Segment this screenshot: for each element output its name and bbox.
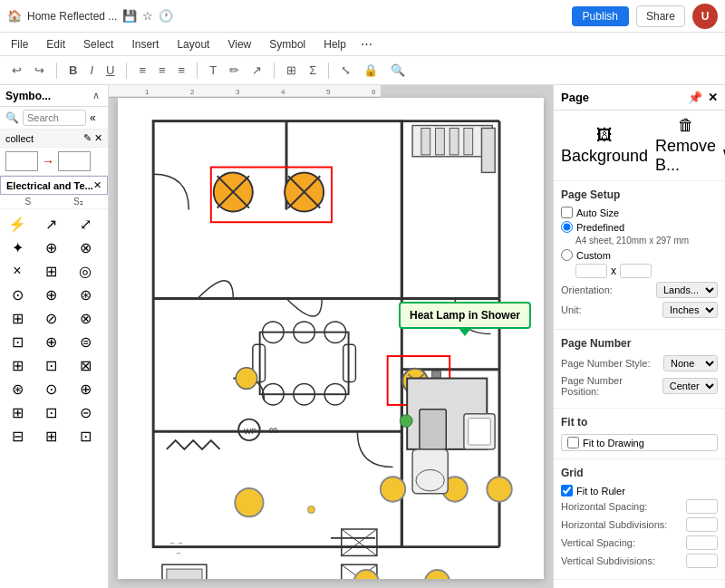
bold-button[interactable]: B [64,61,82,80]
text-button[interactable]: T [205,61,221,80]
sym-12[interactable]: ⊛ [72,284,99,305]
canvas-area[interactable]: 1 2 3 4 5 6 7 8 [109,85,553,588]
remove-bg-label: Remove B... [655,137,716,175]
svg-text:4: 4 [281,88,285,96]
custom-radio[interactable] [561,249,573,261]
sym-9[interactable]: ◎ [72,260,99,282]
unit-select[interactable]: Inches mm cm [662,302,718,318]
svg-rect-66 [436,128,445,154]
sym-26[interactable]: ⊡ [38,401,65,423]
height-input[interactable]: 7.37290 [620,264,652,278]
sym-19[interactable]: ⊞ [4,354,31,376]
sym-11[interactable]: ⊕ [38,284,65,305]
avatar[interactable]: U [692,4,718,29]
category-electrical-close[interactable]: ✕ [93,179,102,191]
sym-15[interactable]: ⊗ [72,307,99,329]
sym-27[interactable]: ⊝ [72,401,99,423]
sym-22[interactable]: ⊛ [4,378,31,400]
fit-to-ruler-checkbox[interactable] [561,485,573,496]
sym-29[interactable]: ⊞ [38,425,65,447]
remove-bg-icon: 🗑 [678,116,694,135]
sym-20[interactable]: ⊡ [38,354,65,376]
sym-13[interactable]: ⊞ [4,307,31,329]
sym-1[interactable]: ⚡ [4,213,31,235]
share-button[interactable]: Share [636,5,685,27]
menu-select[interactable]: Select [80,36,117,53]
v-subdivisions-input[interactable]: 2 [686,554,718,568]
menu-layout[interactable]: Layout [173,36,213,53]
fit-button[interactable]: ⤡ [336,61,355,80]
h-spacing-input[interactable]: 1 [686,499,718,514]
remove-bg-btn[interactable]: 🗑 Remove B... [655,116,716,175]
canvas[interactable]: WP ∞ [118,98,544,579]
page-number-position-row: Page Number Position: Center Left Right [561,375,718,397]
fit-to-drawing-button[interactable]: Fit to Drawing [561,434,718,451]
sym-14[interactable]: ⊘ [38,307,65,329]
auto-size-checkbox[interactable] [561,207,573,218]
sym-28[interactable]: ⊟ [4,425,31,447]
menu-file[interactable]: File [7,36,32,53]
panel-title: Symbo... [5,90,51,102]
sym-16[interactable]: ⊡ [4,331,31,352]
page-number-position-select[interactable]: Center Left Right [662,378,718,394]
sym-rect1[interactable] [5,151,38,171]
search-icon: 🔍 [5,111,19,124]
background-btn[interactable]: 🖼 Background [561,126,648,166]
menu-help[interactable]: Help [320,36,350,53]
menu-insert[interactable]: Insert [128,36,162,53]
sym-23[interactable]: ⊙ [38,378,65,400]
menu-view[interactable]: View [224,36,255,53]
sym-6[interactable]: ⊗ [72,236,99,258]
page-number-style-select[interactable]: None 1,2,3 i,ii,iii [663,355,718,371]
v-spacing-input[interactable]: 1 [686,535,718,550]
symbol-grid: ⚡ ↗ ⤢ ✦ ⊕ ⊗ × ⊞ ◎ ⊙ ⊕ ⊛ ⊞ ⊘ ⊗ ⊡ ⊕ ⊜ ⊞ ⊡ … [0,209,108,450]
underline-button[interactable]: U [102,61,119,80]
search-input[interactable] [23,110,86,126]
arrow-button[interactable]: ↗ [247,61,266,80]
menu-edit[interactable]: Edit [43,36,69,53]
sym-7[interactable]: × [4,260,31,282]
h-spacing-label: Horizontal Spacing: [561,501,647,512]
redo-button[interactable]: ↪ [30,61,49,80]
sym-8[interactable]: ⊞ [38,260,65,282]
width-input[interactable]: 9.9998 [575,264,607,278]
pin-icon[interactable]: 📌 [688,91,702,104]
undo-button[interactable]: ↩ [7,61,26,80]
lock-button[interactable]: 🔒 [359,61,382,80]
sym-18[interactable]: ⊜ [72,331,99,352]
category-close-icon[interactable]: ✕ [94,132,102,144]
category-edit-icon[interactable]: ✎ [83,132,92,144]
sym-17[interactable]: ⊕ [38,331,65,352]
sym-rect2[interactable] [58,151,91,171]
close-panel-icon[interactable]: ✕ [708,91,718,104]
sym-30[interactable]: ⊡ [72,425,99,447]
menu-symbol[interactable]: Symbol [266,36,309,53]
panel-collapse-button[interactable]: ∧ [90,89,102,102]
clock-icon: 🕐 [159,9,173,23]
table-button[interactable]: ⊞ [282,61,301,80]
sym-4[interactable]: ✦ [4,236,31,258]
category-collect[interactable]: collect ✎ ✕ [0,130,108,148]
publish-button[interactable]: Publish [572,6,629,26]
category-electrical[interactable]: Electrical and Te... ✕ [0,176,108,195]
zoom-button[interactable]: 🔍 [386,61,410,80]
page-number-title: Page Number [561,337,718,350]
sym-2[interactable]: ↗ [38,213,65,235]
sym-24[interactable]: ⊕ [72,378,99,400]
sym-25[interactable]: ⊞ [4,401,31,423]
predefined-radio[interactable] [561,221,573,233]
italic-button[interactable]: I [85,61,98,80]
sym-5[interactable]: ⊕ [38,236,65,258]
topbar-right: Publish Share U [572,4,718,29]
pencil-button[interactable]: ✏ [225,61,244,80]
h-subdivisions-input[interactable]: 2 [686,517,718,532]
formula-button[interactable]: Σ [304,61,321,80]
align-left-button[interactable]: ≡ [134,61,150,80]
align-center-button[interactable]: ≡ [154,61,170,80]
align-right-button[interactable]: ≡ [174,61,190,80]
sym-21[interactable]: ⊠ [72,354,99,376]
sym-3[interactable]: ⤢ [72,213,99,235]
fit-to-drawing-checkbox[interactable] [567,437,579,448]
sym-10[interactable]: ⊙ [4,284,31,305]
orientation-select[interactable]: Lands... Portrait [656,282,718,298]
